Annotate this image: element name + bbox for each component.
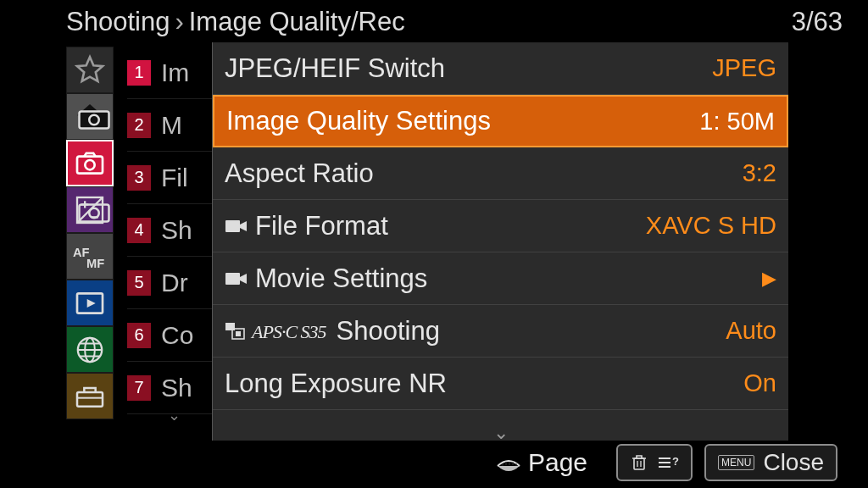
rail-shooting[interactable] — [66, 140, 114, 186]
setting-label: JPEG/HEIF Switch — [225, 53, 445, 84]
subsection-number: 2 — [127, 113, 151, 138]
setting-label: Movie Settings — [225, 263, 427, 294]
svg-rect-13 — [225, 220, 240, 232]
setting-row[interactable]: APS·C S35ShootingAuto — [213, 305, 788, 358]
rail-exposure[interactable] — [66, 186, 114, 233]
setting-value: ▶ — [762, 268, 776, 290]
subsection-label: Sh — [161, 374, 192, 402]
aps-c-icon — [225, 322, 245, 341]
subsection-number: 1 — [127, 60, 151, 86]
setting-row[interactable]: Aspect Ratio3:2 — [213, 147, 788, 200]
subsection-item[interactable]: 3Fil — [127, 152, 220, 204]
subsection-item[interactable]: 2M — [127, 99, 220, 152]
breadcrumb-separator: › — [175, 7, 183, 37]
playback-icon — [73, 286, 107, 320]
camera-badge-icon — [77, 194, 111, 231]
help-lines-icon: ? — [657, 452, 679, 473]
subsection-item[interactable]: 1Im — [127, 47, 220, 99]
setting-value: JPEG — [712, 54, 776, 82]
svg-rect-18 — [634, 458, 644, 469]
setting-row[interactable]: Image Quality Settings1: 50M — [213, 95, 788, 147]
setting-label: Long Exposure NR — [225, 369, 447, 399]
svg-text:MF: MF — [86, 257, 104, 270]
setting-value: On — [743, 369, 776, 397]
close-button[interactable]: MENU Close — [704, 444, 837, 481]
rail-focus[interactable]: AFMF — [66, 233, 114, 280]
svg-rect-17 — [236, 331, 241, 336]
setting-row[interactable]: JPEG/HEIF SwitchJPEG — [213, 42, 788, 95]
footer-bar: Page ? MENU Close — [0, 441, 868, 485]
svg-point-6 — [89, 208, 99, 219]
setting-label: File Format — [225, 211, 388, 241]
page-label: Page — [528, 448, 587, 477]
setting-label: Image Quality Settings — [226, 106, 491, 136]
svg-rect-14 — [225, 273, 240, 285]
movie-icon — [225, 217, 248, 236]
subsection-label: M — [161, 111, 182, 140]
subsection-label: Im — [161, 58, 189, 87]
subsection-number: 7 — [127, 375, 151, 401]
star-icon — [73, 53, 107, 87]
close-label: Close — [763, 449, 824, 476]
subsection-label: Dr — [161, 269, 188, 297]
settings-panel: JPEG/HEIF SwitchJPEGImage Quality Settin… — [212, 42, 788, 441]
svg-rect-0 — [80, 112, 109, 129]
svg-text:?: ? — [672, 455, 679, 468]
svg-rect-12 — [77, 392, 103, 407]
setting-value: Auto — [726, 317, 776, 345]
movie-icon — [225, 269, 248, 288]
subsection-item[interactable]: 5Dr — [127, 257, 220, 309]
breadcrumb: Shooting › Image Quality/Rec 3/63 — [66, 7, 843, 37]
globe-icon — [73, 333, 107, 367]
subsection-label: Co — [161, 321, 193, 350]
subsection-list: 1Im2M3Fil4Sh5Dr6Co7Sh ⌄ — [127, 47, 220, 414]
svg-rect-5 — [80, 205, 109, 222]
setting-label: APS·C S35Shooting — [225, 316, 440, 347]
category-rail: AFMF — [66, 47, 117, 419]
setting-label: Aspect Ratio — [225, 158, 374, 189]
rail-setup[interactable] — [66, 373, 114, 419]
camera-menu-screen: Shooting › Image Quality/Rec 3/63 AFMF — [0, 0, 868, 488]
camera-badge-icon — [77, 101, 111, 138]
subsection-number: 5 — [127, 270, 151, 296]
setting-value: 3:2 — [743, 159, 776, 187]
subsection-item[interactable]: 6Co — [127, 309, 220, 362]
setting-value: XAVC S HD — [646, 212, 776, 240]
subsection-number: 3 — [127, 165, 151, 191]
trash-icon — [630, 452, 648, 473]
setting-row[interactable]: File FormatXAVC S HD — [213, 200, 788, 252]
page-control[interactable]: Page — [494, 448, 587, 477]
breadcrumb-root: Shooting — [66, 7, 170, 37]
af-mf-icon: AFMF — [73, 240, 107, 274]
rail-network[interactable] — [66, 326, 114, 373]
help-button[interactable]: ? — [616, 444, 693, 481]
rail-main[interactable] — [66, 93, 114, 140]
rail-playback[interactable] — [66, 280, 114, 326]
subsection-label: Fil — [161, 164, 188, 192]
subsection-label: Sh — [161, 216, 192, 245]
setting-value: 1: 50M — [699, 108, 775, 136]
aps-c-text: APS·C S35 — [252, 321, 326, 343]
setting-row[interactable]: Long Exposure NROn — [213, 358, 788, 410]
subsection-item[interactable]: 4Sh — [127, 204, 220, 257]
toolbox-icon — [73, 380, 107, 413]
rail-favorites[interactable] — [66, 47, 114, 93]
camera-icon — [73, 147, 107, 180]
subsection-number: 4 — [127, 218, 151, 243]
setting-row[interactable]: Movie Settings▶ — [213, 252, 788, 305]
dial-icon — [494, 448, 523, 477]
breadcrumb-leaf: Image Quality/Rec — [189, 7, 405, 37]
menu-key-icon: MENU — [718, 455, 754, 470]
subsection-number: 6 — [127, 323, 151, 348]
chevron-down-icon[interactable]: ⌄ — [127, 406, 220, 421]
page-counter: 3/63 — [792, 7, 843, 37]
svg-point-3 — [85, 160, 94, 169]
